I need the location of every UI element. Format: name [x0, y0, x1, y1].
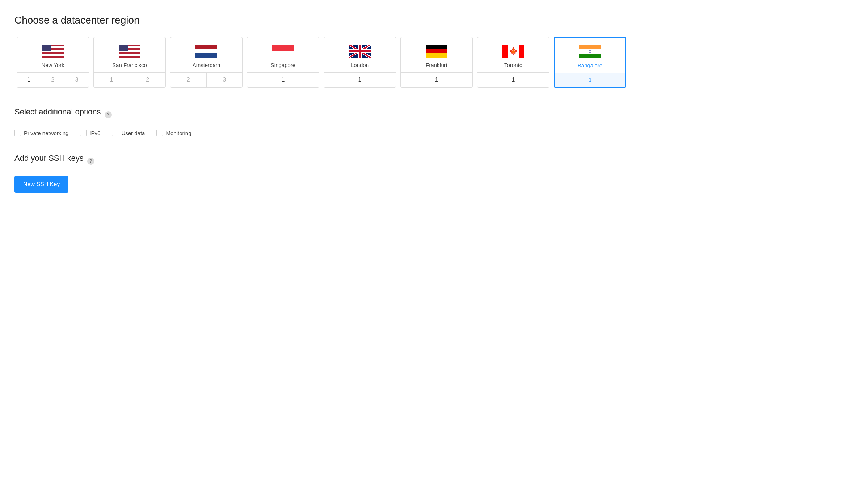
flag-uk-icon	[349, 45, 371, 58]
checkbox-monitoring[interactable]	[156, 130, 163, 136]
options-help-icon[interactable]: ?	[105, 111, 112, 118]
options-section: Select additional options ? Private netw…	[14, 107, 854, 136]
datacenter-num[interactable]: 3	[65, 73, 89, 87]
options-title: Select additional options	[14, 107, 101, 117]
option-private-networking[interactable]: Private networking	[14, 130, 68, 136]
option-label: User data	[121, 130, 145, 136]
datacenter-nums: 1 2	[94, 72, 165, 87]
region-card-london[interactable]: London 1	[324, 37, 396, 88]
region-name: Singapore	[271, 62, 295, 68]
datacenter-num[interactable]: 1	[555, 73, 625, 87]
region-card-new-york[interactable]: New York 1 2 3	[17, 37, 89, 88]
checkbox-ipv6[interactable]	[80, 130, 87, 136]
flag-nl-icon	[195, 45, 217, 58]
datacenter-nums: 1	[247, 72, 319, 87]
flag-sg-icon	[272, 45, 294, 58]
datacenter-num[interactable]: 1	[94, 73, 130, 87]
option-label: Private networking	[24, 130, 68, 136]
option-label: IPv6	[89, 130, 100, 136]
ssh-title: Add your SSH keys	[14, 154, 84, 163]
datacenter-num[interactable]: 3	[207, 73, 243, 87]
datacenter-nums: 1	[324, 72, 396, 87]
region-card-toronto[interactable]: 🍁 Toronto 1	[477, 37, 549, 88]
datacenter-num[interactable]: 1	[477, 73, 549, 87]
option-monitoring[interactable]: Monitoring	[156, 130, 191, 136]
datacenter-nums: 1 2 3	[17, 72, 89, 87]
region-name: New York	[41, 62, 64, 68]
flag-in-icon	[579, 45, 601, 58]
region-name: London	[351, 62, 369, 68]
flag-de-icon	[426, 45, 447, 58]
region-name: Bangalore	[578, 62, 602, 68]
ssh-help-icon[interactable]: ?	[87, 158, 94, 165]
region-name: San Francisco	[112, 62, 147, 68]
datacenter-num[interactable]: 2	[170, 73, 207, 87]
page-title: Choose a datacenter region	[14, 14, 854, 26]
new-ssh-key-button[interactable]: New SSH Key	[14, 176, 68, 193]
region-card-singapore[interactable]: Singapore 1	[247, 37, 319, 88]
flag-ca-icon: 🍁	[502, 45, 524, 58]
ssh-section: Add your SSH keys ? New SSH Key	[14, 154, 854, 193]
datacenter-num[interactable]: 1	[401, 73, 472, 87]
region-card-amsterdam[interactable]: Amsterdam 2 3	[170, 37, 243, 88]
region-name: Amsterdam	[193, 62, 220, 68]
datacenter-num[interactable]: 1	[247, 73, 319, 87]
region-card-bangalore[interactable]: Bangalore 1	[554, 37, 626, 88]
checkbox-user-data[interactable]	[112, 130, 118, 136]
region-card-san-francisco[interactable]: San Francisco 1 2	[93, 37, 166, 88]
region-grid: New York 1 2 3 San Francisco	[14, 35, 854, 90]
datacenter-nums: 1	[477, 72, 549, 87]
flag-us-icon	[42, 45, 64, 58]
datacenter-nums: 1	[401, 72, 472, 87]
flag-us-icon	[119, 45, 140, 58]
datacenter-num[interactable]: 1	[17, 73, 41, 87]
region-name: Frankfurt	[426, 62, 447, 68]
datacenter-nums: 1	[555, 73, 625, 87]
option-label: Monitoring	[166, 130, 191, 136]
region-card-frankfurt[interactable]: Frankfurt 1	[400, 37, 473, 88]
region-name: Toronto	[504, 62, 522, 68]
ssh-header: Add your SSH keys ?	[14, 154, 854, 169]
options-header: Select additional options ?	[14, 107, 854, 122]
option-user-data[interactable]: User data	[112, 130, 145, 136]
option-ipv6[interactable]: IPv6	[80, 130, 100, 136]
datacenter-num[interactable]: 2	[41, 73, 65, 87]
checkbox-private-networking[interactable]	[14, 130, 21, 136]
options-list: Private networking IPv6 User data Monito…	[14, 130, 854, 136]
datacenter-num[interactable]: 2	[130, 73, 166, 87]
datacenter-num[interactable]: 1	[324, 73, 396, 87]
datacenter-nums: 2 3	[170, 72, 242, 87]
